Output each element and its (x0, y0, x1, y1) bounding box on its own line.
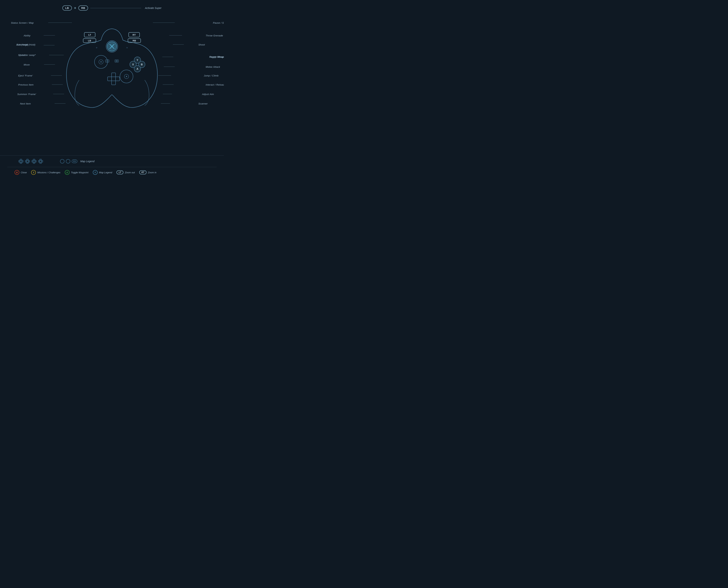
legend-zoom-in: RT Zoom in (139, 170, 156, 174)
svg-marker-45 (26, 161, 26, 162)
svg-marker-37 (21, 160, 21, 160)
rs-badge: RS (72, 160, 77, 163)
line-adjust-aim (163, 94, 172, 94)
svg-marker-38 (21, 162, 21, 163)
legend-close: B Close (15, 170, 27, 175)
dpad-icon-4 (38, 159, 43, 164)
line-interact (163, 84, 174, 85)
map-legend-title: Map Legend (80, 160, 94, 163)
svg-marker-43 (27, 160, 28, 160)
line-previous-item (52, 84, 63, 85)
svg-marker-55 (40, 160, 41, 160)
line-aim (44, 45, 55, 45)
legend-missions: Y Missions / Challenges (31, 170, 60, 175)
dpad-row: RS Map Legend (7, 159, 217, 164)
btn-y-missions: Y (31, 170, 36, 175)
svg-marker-40 (22, 161, 23, 162)
badge-rt: RT (139, 170, 147, 174)
legend-zoom-in-label: Zoom in (148, 171, 156, 174)
btn-y-maplegend: Y (93, 170, 98, 175)
line-summon (53, 94, 64, 94)
legend-toggle-waypoint: A Toggle Waypoint (65, 170, 88, 175)
line-sprint (49, 55, 64, 55)
labels-container: Status Screen / Map Ability Aim (Hold) S… (0, 0, 224, 159)
line-ability (44, 35, 55, 36)
legend-zoom-out: LT Zoom out (116, 170, 135, 174)
dpad-icon-2 (25, 159, 30, 164)
legend-map-legend: Y Map Legend (93, 170, 112, 175)
svg-marker-50 (34, 162, 35, 163)
dpad-icon-1 (18, 159, 24, 164)
btn-b-close: B (15, 170, 19, 175)
circle-icon-1 (60, 159, 64, 164)
legend-close-label: Close (21, 171, 27, 174)
svg-marker-44 (27, 162, 28, 163)
line-shoot (173, 44, 184, 45)
legend-row: B Close Y Missions / Challenges A Toggle… (7, 170, 217, 175)
svg-marker-57 (39, 161, 40, 162)
legend-missions-label: Missions / Challenges (37, 171, 60, 174)
bottom-section: RS Map Legend B Close Y Missions / Chall… (0, 155, 224, 178)
line-next-item (55, 103, 66, 104)
badge-lt: LT (116, 170, 123, 174)
svg-marker-52 (35, 161, 36, 162)
line-move (44, 64, 55, 65)
line-throw-grenade (169, 35, 182, 36)
line-scanner (161, 103, 170, 104)
legend-maplegend-label: Map Legend (99, 171, 112, 174)
svg-marker-51 (32, 161, 33, 162)
circle-icon-2 (66, 159, 70, 164)
svg-marker-39 (19, 161, 20, 162)
svg-marker-49 (34, 160, 35, 160)
main-container: LB + RB Activate Super LT LB RT RB (0, 0, 224, 178)
svg-marker-46 (28, 161, 29, 162)
svg-marker-56 (40, 162, 41, 163)
svg-marker-58 (42, 161, 42, 162)
dpad-icon-3 (31, 159, 37, 164)
btn-a-waypoint: A (65, 170, 69, 175)
legend-waypoint-label: Toggle Waypoint (71, 171, 88, 174)
map-legend-group: RS Map Legend (60, 159, 94, 164)
legend-zoom-out-label: Zoom out (125, 171, 135, 174)
